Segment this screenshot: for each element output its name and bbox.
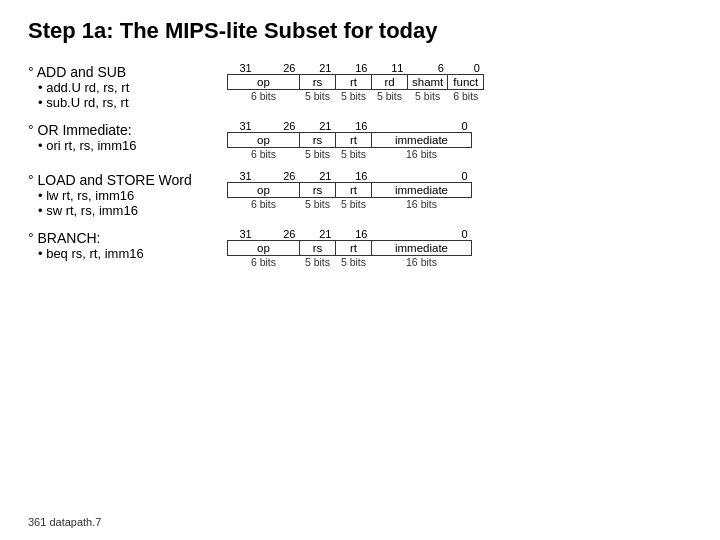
rt-bits-ls: 5 bits bbox=[336, 198, 372, 211]
content-area: ° ADD and SUB • add.U rd, rs, rt • sub.U… bbox=[28, 62, 692, 272]
pos-row-br: 31 26 21 16 0 bbox=[228, 228, 472, 241]
pos-16: 16 bbox=[336, 62, 372, 75]
op-bits: 6 bits bbox=[228, 90, 300, 103]
pos-26: 26 bbox=[264, 62, 300, 75]
footer: 361 datapath.7 bbox=[28, 516, 101, 528]
rs-field-or: rs bbox=[300, 133, 336, 148]
or-imm-sub1: • ori rt, rs, imm16 bbox=[28, 138, 213, 153]
rs-bits-ls: 5 bits bbox=[300, 198, 336, 211]
pos-11: 11 bbox=[372, 62, 408, 75]
imm-field-or: immediate bbox=[372, 133, 472, 148]
rd-field: rd bbox=[372, 75, 408, 90]
itype-table-br: 31 26 21 16 0 op rs rt immediate 6 bits bbox=[227, 228, 472, 268]
or-imm-label: ° OR Immediate: • ori rt, rs, imm16 bbox=[28, 120, 213, 153]
pos-31-ls: 31 bbox=[228, 170, 264, 183]
rs-bits: 5 bits bbox=[300, 90, 336, 103]
pos-16-or: 16 bbox=[336, 120, 372, 133]
or-imm-diagrams: 31 26 21 16 0 op rs rt immediate 6 bits bbox=[227, 120, 472, 160]
field-row-ls: op rs rt immediate bbox=[228, 183, 472, 198]
load-store-label: ° LOAD and STORE Word • lw rt, rs, imm16… bbox=[28, 170, 213, 218]
or-imm-main: ° OR Immediate: bbox=[28, 122, 213, 138]
add-sub-sub1: • add.U rd, rs, rt bbox=[28, 80, 213, 95]
pos-31-br: 31 bbox=[228, 228, 264, 241]
funct-bits: 6 bits bbox=[448, 90, 484, 103]
pos-6: 6 bbox=[408, 62, 448, 75]
field-row-or: op rs rt immediate bbox=[228, 133, 472, 148]
load-store-main: ° LOAD and STORE Word bbox=[28, 172, 213, 188]
rs-field: rs bbox=[300, 75, 336, 90]
pos-row-or: 31 26 21 16 0 bbox=[228, 120, 472, 133]
shamt-bits: 5 bits bbox=[408, 90, 448, 103]
rt-field-or: rt bbox=[336, 133, 372, 148]
add-sub-diagrams: 31 26 21 16 11 6 0 op rs rt rd shamt bbox=[227, 62, 484, 102]
page-title: Step 1a: The MIPS-lite Subset for today bbox=[28, 18, 692, 44]
section-load-store: ° LOAD and STORE Word • lw rt, rs, imm16… bbox=[28, 170, 692, 218]
add-sub-main: ° ADD and SUB bbox=[28, 64, 213, 80]
itype-table-ls: 31 26 21 16 0 op rs rt immediate 6 bits bbox=[227, 170, 472, 210]
pos-26-br: 26 bbox=[264, 228, 300, 241]
page: Step 1a: The MIPS-lite Subset for today … bbox=[0, 0, 720, 282]
op-field-or: op bbox=[228, 133, 300, 148]
bits-row-ls: 6 bits 5 bits 5 bits 16 bits bbox=[228, 198, 472, 211]
branch-main: ° BRANCH: bbox=[28, 230, 213, 246]
bits-row-br: 6 bits 5 bits 5 bits 16 bits bbox=[228, 256, 472, 269]
imm-bits-br: 16 bits bbox=[372, 256, 472, 269]
op-field-ls: op bbox=[228, 183, 300, 198]
op-bits-or: 6 bits bbox=[228, 148, 300, 161]
pos-0-or: 0 bbox=[372, 120, 472, 133]
op-bits-br: 6 bits bbox=[228, 256, 300, 269]
pos-row: 31 26 21 16 11 6 0 bbox=[228, 62, 484, 75]
funct-field: funct bbox=[448, 75, 484, 90]
field-row-br: op rs rt immediate bbox=[228, 241, 472, 256]
op-bits-ls: 6 bits bbox=[228, 198, 300, 211]
rd-bits: 5 bits bbox=[372, 90, 408, 103]
imm-bits-or: 16 bits bbox=[372, 148, 472, 161]
pos-0: 0 bbox=[448, 62, 484, 75]
rs-bits-or: 5 bits bbox=[300, 148, 336, 161]
rs-field-ls: rs bbox=[300, 183, 336, 198]
rt-field-br: rt bbox=[336, 241, 372, 256]
imm-field-br: immediate bbox=[372, 241, 472, 256]
rt-bits-br: 5 bits bbox=[336, 256, 372, 269]
rs-field-br: rs bbox=[300, 241, 336, 256]
imm-bits-ls: 16 bits bbox=[372, 198, 472, 211]
itype-table-or: 31 26 21 16 0 op rs rt immediate 6 bits bbox=[227, 120, 472, 160]
rt-field-ls: rt bbox=[336, 183, 372, 198]
rs-bits-br: 5 bits bbox=[300, 256, 336, 269]
section-or-immediate: ° OR Immediate: • ori rt, rs, imm16 31 2… bbox=[28, 120, 692, 160]
op-field-br: op bbox=[228, 241, 300, 256]
branch-label: ° BRANCH: • beq rs, rt, imm16 bbox=[28, 228, 213, 261]
pos-16-br: 16 bbox=[336, 228, 372, 241]
shamt-field: shamt bbox=[408, 75, 448, 90]
pos-21: 21 bbox=[300, 62, 336, 75]
bits-row: 6 bits 5 bits 5 bits 5 bits 5 bits 6 bit… bbox=[228, 90, 484, 103]
section-add-sub: ° ADD and SUB • add.U rd, rs, rt • sub.U… bbox=[28, 62, 692, 110]
pos-row-ls: 31 26 21 16 0 bbox=[228, 170, 472, 183]
field-row: op rs rt rd shamt funct bbox=[228, 75, 484, 90]
section-branch: ° BRANCH: • beq rs, rt, imm16 31 26 21 1… bbox=[28, 228, 692, 268]
rt-bits-or: 5 bits bbox=[336, 148, 372, 161]
load-store-diagrams: 31 26 21 16 0 op rs rt immediate 6 bits bbox=[227, 170, 472, 210]
add-sub-sub2: • sub.U rd, rs, rt bbox=[28, 95, 213, 110]
branch-diagrams: 31 26 21 16 0 op rs rt immediate 6 bits bbox=[227, 228, 472, 268]
pos-21-or: 21 bbox=[300, 120, 336, 133]
pos-21-ls: 21 bbox=[300, 170, 336, 183]
pos-26-or: 26 bbox=[264, 120, 300, 133]
pos-31: 31 bbox=[228, 62, 264, 75]
rt-field: rt bbox=[336, 75, 372, 90]
pos-26-ls: 26 bbox=[264, 170, 300, 183]
bits-row-or: 6 bits 5 bits 5 bits 16 bits bbox=[228, 148, 472, 161]
pos-31-or: 31 bbox=[228, 120, 264, 133]
load-store-sub1: • lw rt, rs, imm16 bbox=[28, 188, 213, 203]
load-store-sub2: • sw rt, rs, imm16 bbox=[28, 203, 213, 218]
pos-0-ls: 0 bbox=[372, 170, 472, 183]
pos-16-ls: 16 bbox=[336, 170, 372, 183]
rtype-table: 31 26 21 16 11 6 0 op rs rt rd shamt bbox=[227, 62, 484, 102]
pos-0-br: 0 bbox=[372, 228, 472, 241]
pos-21-br: 21 bbox=[300, 228, 336, 241]
imm-field-ls: immediate bbox=[372, 183, 472, 198]
branch-sub1: • beq rs, rt, imm16 bbox=[28, 246, 213, 261]
add-sub-label: ° ADD and SUB • add.U rd, rs, rt • sub.U… bbox=[28, 62, 213, 110]
rt-bits: 5 bits bbox=[336, 90, 372, 103]
op-field: op bbox=[228, 75, 300, 90]
